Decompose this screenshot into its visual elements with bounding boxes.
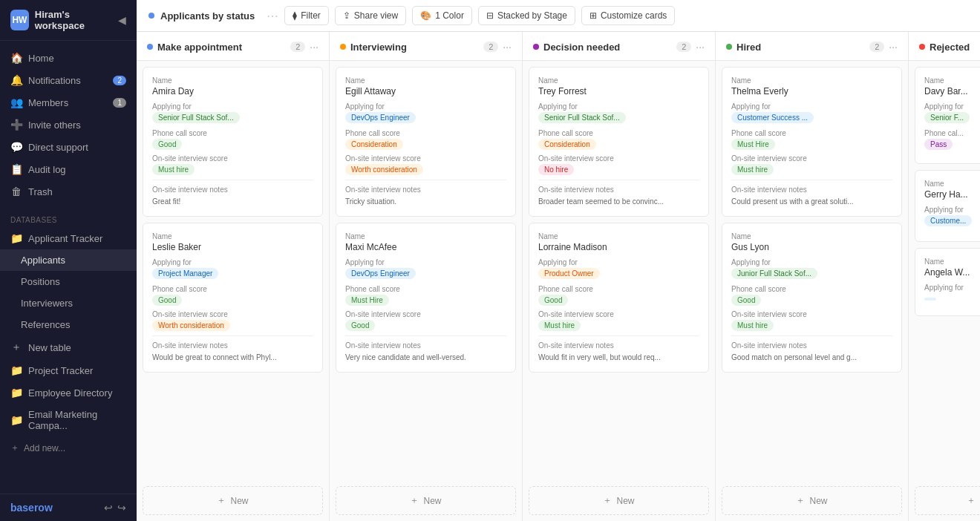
table-row[interactable]: Name Amira Day Applying for Senior Full … bbox=[143, 67, 323, 217]
new-card-button[interactable]: ＋New bbox=[529, 486, 709, 515]
collapse-sidebar-icon[interactable]: ◀ bbox=[118, 14, 126, 26]
sidebar-item-employee-directory[interactable]: 📁 Employee Directory bbox=[0, 381, 137, 404]
sidebar-item-home[interactable]: 🏠 Home bbox=[0, 47, 137, 69]
name-label: Name bbox=[731, 232, 892, 240]
sidebar-item-invite[interactable]: ➕ Invite others bbox=[0, 114, 137, 136]
card-name-field: Name Davy Bar... bbox=[924, 76, 980, 96]
column-interviewing: Interviewing2··· Name Egill Attaway Appl… bbox=[330, 32, 523, 521]
phone-tag: Consideration bbox=[538, 139, 699, 150]
add-new-icon: ＋ bbox=[10, 442, 19, 454]
applying-tag: Custome... bbox=[924, 215, 980, 228]
home-icon: 🏠 bbox=[10, 52, 22, 64]
new-label: New bbox=[809, 496, 827, 506]
sidebar-item-audit[interactable]: 📋 Audit log bbox=[0, 158, 137, 180]
new-card-button[interactable]: ＋New bbox=[915, 486, 980, 515]
table-row[interactable]: Name Gerry Ha... Applying for Custome... bbox=[915, 170, 980, 242]
color-button[interactable]: 🎨 1 Color bbox=[412, 6, 472, 25]
applying-tag: Customer Success ... bbox=[731, 112, 892, 125]
sidebar-item-label: Notifications bbox=[28, 75, 81, 86]
sidebar-item-interviewers[interactable]: Interviewers bbox=[0, 292, 137, 314]
customize-cards-button[interactable]: ⊞ Customize cards bbox=[581, 6, 675, 25]
undo-icon[interactable]: ↩ bbox=[104, 502, 113, 514]
table-row[interactable]: Name Gus Lyon Applying for Junior Full S… bbox=[722, 223, 902, 373]
column-hired: Hired2··· Name Thelma Everly Applying fo… bbox=[716, 32, 909, 521]
onsite-tag: Must hire bbox=[731, 164, 892, 175]
sidebar-item-trash[interactable]: 🗑 Trash bbox=[0, 180, 137, 203]
notes-text: Could present us with a great soluti... bbox=[731, 197, 892, 207]
phone-tag: Must Hire bbox=[345, 295, 506, 306]
name-label: Name bbox=[731, 76, 892, 85]
table-row[interactable]: Name Angela W... Applying for bbox=[915, 248, 980, 316]
folder4-icon: 📁 bbox=[10, 414, 22, 426]
sidebar-item-applicant-tracker[interactable]: 📁 Applicant Tracker bbox=[0, 227, 137, 249]
new-card-button[interactable]: ＋New bbox=[143, 486, 323, 515]
table-row[interactable]: Name Davy Bar... Applying for Senior F..… bbox=[915, 67, 980, 164]
column-more-icon[interactable]: ··· bbox=[503, 41, 512, 53]
sidebar-item-support[interactable]: 💬 Direct support bbox=[0, 136, 137, 158]
table-row[interactable]: Name Maxi McAfee Applying for DevOps Eng… bbox=[336, 223, 516, 373]
applying-label: Applying for bbox=[924, 206, 980, 214]
trash-icon: 🗑 bbox=[10, 186, 22, 197]
table-row[interactable]: Name Leslie Baker Applying for Project M… bbox=[143, 223, 323, 373]
card-name-field: Name Gus Lyon bbox=[731, 232, 892, 252]
column-header-interviewing: Interviewing2··· bbox=[330, 32, 522, 61]
sidebar-item-project-tracker[interactable]: 📁 Project Tracker bbox=[0, 359, 137, 381]
column-header-make-appointment: Make appointment2··· bbox=[137, 32, 329, 61]
notes-text: Very nice candidate and well-versed. bbox=[345, 353, 506, 363]
table-row[interactable]: Name Lorraine Madison Applying for Produ… bbox=[529, 223, 709, 373]
filter-button[interactable]: ⧫ Filter bbox=[284, 6, 329, 25]
table-row[interactable]: Name Thelma Everly Applying for Customer… bbox=[722, 67, 902, 217]
card-applying-field: Applying for Project Manager bbox=[152, 258, 313, 281]
members-badge: 1 bbox=[113, 98, 126, 108]
sidebar-item-label: Direct support bbox=[28, 142, 88, 153]
cards-container: Name Trey Forrest Applying for Senior Fu… bbox=[523, 61, 715, 480]
sidebar: HW Hiram's workspace ◀ 🏠 Home 🔔 Notifica… bbox=[0, 0, 137, 521]
table-row[interactable]: Name Trey Forrest Applying for Senior Fu… bbox=[529, 67, 709, 217]
column-more-icon[interactable]: ··· bbox=[889, 41, 898, 53]
plus-icon: ＋ bbox=[217, 494, 226, 507]
cards-container: Name Egill Attaway Applying for DevOps E… bbox=[330, 61, 522, 480]
card-name-field: Name Maxi McAfee bbox=[345, 232, 506, 252]
onsite-label: On-site interview score bbox=[538, 154, 699, 163]
column-more-icon[interactable]: ··· bbox=[310, 41, 318, 53]
phone-tag: Good bbox=[152, 295, 313, 306]
applying-label: Applying for bbox=[345, 258, 506, 266]
name-value: Trey Forrest bbox=[538, 86, 699, 96]
card-onsite-field: On-site interview score Worth considerat… bbox=[345, 154, 506, 175]
card-applying-field: Applying for Senior Full Stack Sof... bbox=[538, 102, 699, 125]
card-onsite-field: On-site interview score Must hire bbox=[731, 154, 892, 175]
name-label: Name bbox=[538, 232, 699, 240]
stack-button[interactable]: ⊟ Stacked by Stage bbox=[478, 6, 575, 25]
sidebar-item-members[interactable]: 👥 Members 1 bbox=[0, 91, 137, 114]
card-phone-field: Phone call score Good bbox=[538, 285, 699, 306]
add-new-button[interactable]: ＋ Add new... bbox=[0, 436, 137, 459]
card-notes: On-site interview notes Would fit in ver… bbox=[538, 335, 699, 363]
sidebar-item-applicants[interactable]: Applicants bbox=[0, 249, 137, 271]
onsite-label: On-site interview score bbox=[538, 310, 699, 318]
new-card-button[interactable]: ＋New bbox=[722, 486, 902, 515]
onsite-label: On-site interview score bbox=[731, 154, 892, 163]
onsite-label: On-site interview score bbox=[345, 310, 506, 318]
sidebar-item-references[interactable]: References bbox=[0, 314, 137, 335]
table-row[interactable]: Name Egill Attaway Applying for DevOps E… bbox=[336, 67, 516, 217]
sidebar-item-email-marketing[interactable]: 📁 Email Marketing Campa... bbox=[0, 404, 137, 436]
view-options-icon[interactable]: ⋯ bbox=[267, 9, 278, 23]
name-value: Amira Day bbox=[152, 86, 313, 96]
column-more-icon[interactable]: ··· bbox=[696, 41, 705, 53]
sidebar-item-positions[interactable]: Positions bbox=[0, 271, 137, 292]
onsite-tag: Must hire bbox=[731, 320, 892, 331]
name-label: Name bbox=[152, 232, 313, 240]
applying-label: Applying for bbox=[731, 102, 892, 111]
name-label: Name bbox=[152, 76, 313, 85]
new-card-button[interactable]: ＋New bbox=[336, 486, 516, 515]
share-view-button[interactable]: ⇪ Share view bbox=[335, 6, 406, 25]
redo-icon[interactable]: ↪ bbox=[117, 502, 126, 514]
sidebar-item-notifications[interactable]: 🔔 Notifications 2 bbox=[0, 69, 137, 91]
name-value: Gerry Ha... bbox=[924, 189, 980, 200]
onsite-label: On-site interview score bbox=[152, 154, 313, 163]
phone-label: Phone call score bbox=[538, 129, 699, 137]
audit-icon: 📋 bbox=[10, 163, 22, 175]
sidebar-item-label: Invite others bbox=[28, 119, 81, 131]
column-title: Rejected bbox=[930, 42, 980, 53]
sidebar-item-new-table[interactable]: ＋ New table bbox=[0, 335, 137, 359]
